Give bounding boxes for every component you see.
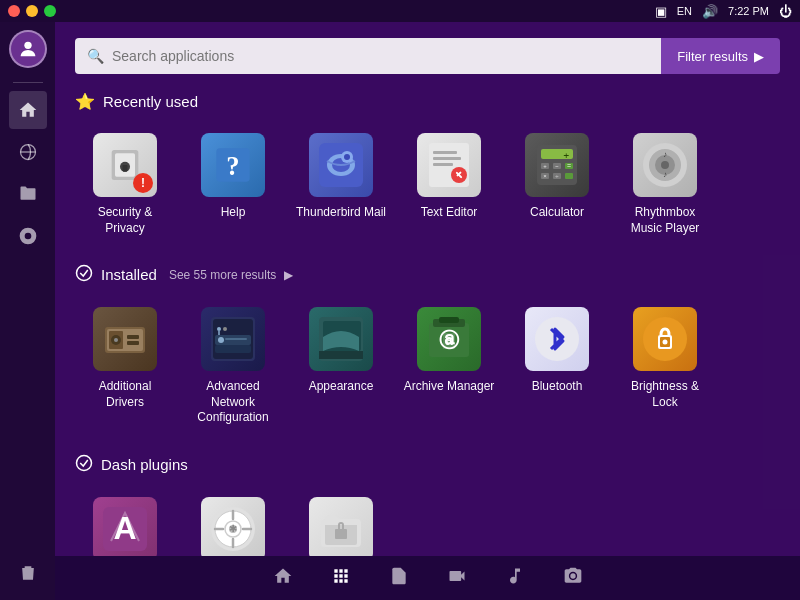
app-item-thunderbird[interactable]: Thunderbird Mail xyxy=(291,125,391,244)
sidebar-item-files[interactable] xyxy=(9,175,47,213)
rhythmbox-icon: ♪ ♪ xyxy=(633,133,697,197)
app-item-security-privacy[interactable]: ! Security & Privacy xyxy=(75,125,175,244)
calculator-label: Calculator xyxy=(530,205,584,221)
svg-rect-54 xyxy=(215,345,251,353)
dash-plugins-check-icon xyxy=(75,454,93,475)
taskbar-home-icon[interactable] xyxy=(269,562,297,595)
taskbar-apps-icon[interactable] xyxy=(327,562,355,595)
close-button[interactable] xyxy=(8,5,20,17)
svg-rect-16 xyxy=(433,163,453,166)
dash-plugins-label: Dash plugins xyxy=(101,456,188,473)
additional-drivers-label: Additional Drivers xyxy=(79,379,171,410)
svg-point-81 xyxy=(570,573,575,578)
svg-text:−: − xyxy=(564,150,570,160)
app-item-brightness-lock[interactable]: Brightness & Lock xyxy=(615,299,715,434)
bluetooth-icon xyxy=(525,307,589,371)
additional-drivers-icon xyxy=(93,307,157,371)
recently-used-icon: ⭐ xyxy=(75,92,95,111)
taskbar-files-icon[interactable] xyxy=(385,562,413,595)
app-item-additional-drivers[interactable]: Additional Drivers xyxy=(75,299,175,434)
recently-used-header: ⭐ Recently used xyxy=(75,92,780,111)
rhythmbox-label: Rhythmbox Music Player xyxy=(619,205,711,236)
app-item-advanced-network[interactable]: Advanced Network Configuration xyxy=(183,299,283,434)
app-item-calculator[interactable]: + − + − = × ÷ Calculator xyxy=(507,125,607,244)
minimize-button[interactable] xyxy=(26,5,38,17)
app-item-help[interactable]: ? Help xyxy=(183,125,283,244)
main-content: 🔍 Filter results ▶ ⭐ Recently used ! Sec xyxy=(55,22,800,556)
see-more-arrow-icon: ▶ xyxy=(284,268,293,282)
top-bar: ▣ EN 🔊 7:22 PM ⏻ xyxy=(0,0,800,22)
app-item-text-editor[interactable]: Text Editor xyxy=(399,125,499,244)
installed-check-icon xyxy=(75,264,93,285)
svg-point-41 xyxy=(77,266,92,281)
svg-text:♪: ♪ xyxy=(663,150,667,159)
sidebar-separator xyxy=(13,82,43,83)
sidebar-item-home[interactable] xyxy=(9,91,47,129)
appearance-label: Appearance xyxy=(309,379,374,395)
svg-text:×: × xyxy=(543,173,547,179)
svg-rect-60 xyxy=(319,351,363,359)
advanced-network-icon xyxy=(201,307,265,371)
power-icon[interactable]: ⏻ xyxy=(779,4,792,19)
help-icon: ? xyxy=(201,133,265,197)
svg-rect-5 xyxy=(123,165,128,172)
app-item-commands[interactable]: ✱ Commands xyxy=(183,489,283,556)
svg-rect-53 xyxy=(225,338,247,340)
search-icon: 🔍 xyxy=(87,48,104,64)
applications-icon: A xyxy=(93,497,157,556)
recently-used-grid: ! Security & Privacy ? Help xyxy=(75,125,780,244)
brightness-lock-icon xyxy=(633,307,697,371)
taskbar-photo-icon[interactable] xyxy=(559,562,587,595)
svg-point-72 xyxy=(77,455,92,470)
brightness-lock-label: Brightness & Lock xyxy=(619,379,711,410)
installed-grid: Additional Drivers Advanced Network Conf… xyxy=(75,299,780,434)
svg-rect-80 xyxy=(335,529,347,539)
app-item-archive-manager[interactable]: ⓐ a Archive Manager xyxy=(399,299,499,434)
svg-rect-45 xyxy=(127,335,139,339)
svg-text:=: = xyxy=(567,162,571,169)
app-item-files-folders[interactable]: Files & Folders xyxy=(291,489,391,556)
advanced-network-label: Advanced Network Configuration xyxy=(187,379,279,426)
svg-rect-63 xyxy=(439,317,459,323)
filter-button-label: Filter results xyxy=(677,49,748,64)
svg-point-52 xyxy=(218,337,224,343)
system-tray: ▣ EN 🔊 7:22 PM ⏻ xyxy=(655,4,792,19)
sidebar-item-firefox[interactable] xyxy=(9,133,47,171)
svg-point-56 xyxy=(223,327,227,331)
maximize-button[interactable] xyxy=(44,5,56,17)
taskbar-music-icon[interactable] xyxy=(501,562,529,595)
window-controls xyxy=(8,5,56,17)
app-item-rhythmbox[interactable]: ♪ ♪ Rhythmbox Music Player xyxy=(615,125,715,244)
recently-used-label: Recently used xyxy=(103,93,198,110)
language-indicator: EN xyxy=(677,5,692,17)
svg-rect-15 xyxy=(433,157,461,160)
dash-plugins-header: Dash plugins xyxy=(75,454,780,475)
svg-point-55 xyxy=(217,327,221,331)
taskbar-video-icon[interactable] xyxy=(443,562,471,595)
svg-text:✱: ✱ xyxy=(229,523,237,534)
svg-point-0 xyxy=(24,42,31,49)
see-more-link[interactable]: See 55 more results xyxy=(169,268,276,282)
filter-results-button[interactable]: Filter results ▶ xyxy=(661,38,780,74)
avatar[interactable] xyxy=(9,30,47,68)
svg-text:?: ? xyxy=(226,151,239,181)
svg-rect-29 xyxy=(565,173,573,179)
clock: 7:22 PM xyxy=(728,5,769,17)
app-item-appearance[interactable]: Appearance xyxy=(291,299,391,434)
help-label: Help xyxy=(221,205,246,221)
svg-text:−: − xyxy=(555,163,559,169)
thunderbird-label: Thunderbird Mail xyxy=(296,205,386,221)
svg-point-48 xyxy=(114,338,118,342)
chevron-right-icon: ▶ xyxy=(754,49,764,64)
archive-manager-icon: ⓐ a xyxy=(417,307,481,371)
installed-header: Installed See 55 more results ▶ xyxy=(75,264,780,285)
calculator-icon: + − + − = × ÷ xyxy=(525,133,589,197)
app-item-bluetooth[interactable]: Bluetooth xyxy=(507,299,607,434)
sidebar-bottom xyxy=(9,554,47,600)
sidebar-item-trash[interactable] xyxy=(9,554,47,592)
sidebar-item-settings[interactable] xyxy=(9,217,47,255)
search-input[interactable] xyxy=(112,48,649,64)
dash-plugins-grid: A Applications ✱ xyxy=(75,489,780,556)
app-item-applications[interactable]: A Applications xyxy=(75,489,175,556)
svg-text:♪: ♪ xyxy=(663,170,667,179)
